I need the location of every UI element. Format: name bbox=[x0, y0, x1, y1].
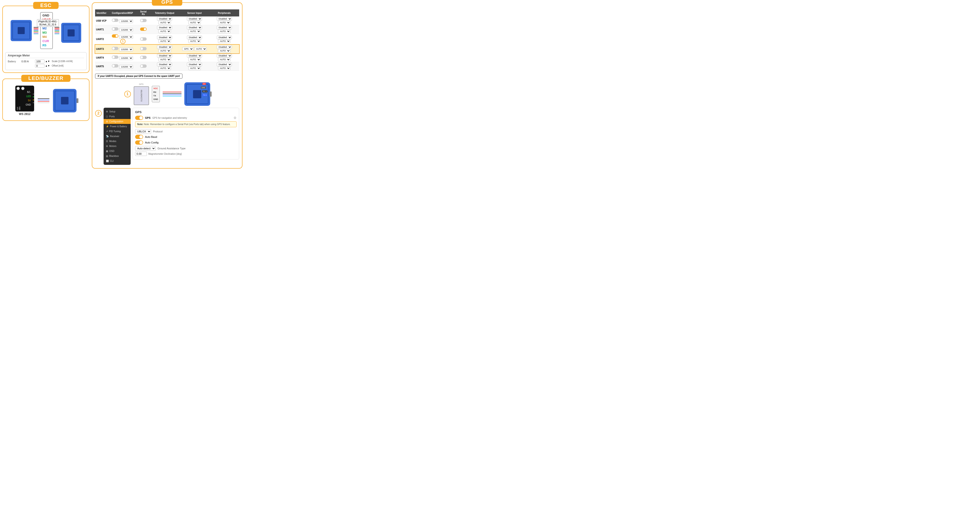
auto-baud-toggle[interactable] bbox=[135, 135, 143, 139]
sensor-select[interactable]: Disabled bbox=[187, 63, 202, 66]
sensor-select[interactable]: Disabled bbox=[187, 35, 202, 39]
sidebar-item-motors[interactable]: ⚙Motors bbox=[103, 144, 130, 149]
sidebar-label: Power & Battery bbox=[110, 125, 127, 128]
port-id-cell: UART5 bbox=[95, 62, 108, 71]
gnd-label: GND bbox=[42, 13, 49, 17]
sidebar-item-receiver[interactable]: 📡Receiver bbox=[103, 134, 130, 139]
telemetry-auto-select[interactable]: AUTO bbox=[158, 66, 171, 70]
sensor-auto-select[interactable]: AUTO bbox=[188, 39, 201, 43]
gps-main-toggle[interactable] bbox=[135, 116, 143, 120]
telemetry-auto-select[interactable]: AUTO bbox=[158, 58, 171, 61]
serial-rx-cell bbox=[137, 16, 150, 25]
serial-rx-toggle[interactable] bbox=[140, 37, 147, 41]
baud-select[interactable]: 115200 bbox=[119, 28, 133, 32]
peripheral-select[interactable]: Disabled bbox=[217, 63, 232, 66]
sensor-select[interactable]: Disabled bbox=[187, 17, 202, 21]
peripheral-select[interactable]: Disabled bbox=[217, 45, 232, 49]
gps-fc-chip bbox=[193, 90, 201, 98]
sensor-select[interactable]: Disabled bbox=[187, 25, 202, 29]
peripheral-select[interactable]: Disabled bbox=[217, 35, 232, 39]
serial-rx-toggle[interactable] bbox=[140, 47, 147, 50]
peripheral-select[interactable]: Disabled bbox=[217, 17, 232, 21]
sidebar-label: CLI bbox=[110, 160, 114, 162]
telemetry-select[interactable]: Disabled bbox=[157, 45, 172, 49]
sidebar-icon-blackbox: ▤ bbox=[106, 155, 108, 157]
sidebar-item-ports[interactable]: ⬡Ports bbox=[103, 114, 130, 119]
serial-rx-toggle[interactable] bbox=[140, 19, 147, 22]
battery-value: 0.00 A bbox=[21, 60, 33, 63]
gnd-pin-gps: GND bbox=[153, 98, 158, 101]
peripheral-auto-select[interactable]: AUTO bbox=[218, 66, 231, 70]
sidebar-item-osd[interactable]: ▦OSD bbox=[103, 149, 130, 154]
config-cell: 115200 bbox=[108, 62, 137, 71]
config-toggle[interactable] bbox=[112, 64, 118, 68]
telemetry-auto-select[interactable]: AUTO bbox=[158, 49, 171, 53]
amp-meter-title: Amperage Meter bbox=[8, 54, 84, 58]
gnd-label-led: GND bbox=[25, 103, 31, 107]
sensor-auto-select[interactable]: AUTO bbox=[188, 21, 201, 24]
config-toggle[interactable] bbox=[112, 55, 118, 59]
baud-select[interactable]: 115200 bbox=[119, 19, 133, 23]
esc-board-right bbox=[61, 23, 81, 43]
sensor-select[interactable]: GPS bbox=[182, 47, 194, 51]
fc-board-left bbox=[11, 20, 32, 41]
baud-select[interactable]: 115200 bbox=[119, 35, 133, 39]
sidebar-item-pid-tuning[interactable]: ↗PID Tuning bbox=[103, 129, 130, 134]
telemetry-select[interactable]: Disabled bbox=[157, 63, 172, 66]
scale-spinner[interactable]: 100 bbox=[35, 60, 45, 63]
telemetry-auto-select[interactable]: AUTO bbox=[158, 39, 171, 43]
mag-decl-input[interactable] bbox=[135, 152, 147, 156]
sensor-select[interactable]: Disabled bbox=[187, 54, 202, 58]
sensor-auto-select[interactable]: AUTO bbox=[188, 58, 201, 61]
serial-rx-toggle[interactable] bbox=[140, 27, 147, 31]
auto-config-row: Auto Config bbox=[135, 140, 237, 144]
protocol-select[interactable]: UBLOX NMEA bbox=[135, 129, 151, 134]
sensor-auto-select[interactable]: AUTO bbox=[188, 66, 201, 70]
baud-select[interactable]: 115200 bbox=[119, 48, 133, 51]
serial-rx-toggle[interactable] bbox=[140, 56, 147, 59]
sidebar-item-blackbox[interactable]: ▤Blackbox bbox=[103, 154, 130, 159]
port-id-cell: UART3 bbox=[95, 45, 108, 53]
peripheral-auto-select[interactable]: AUTO bbox=[218, 39, 231, 43]
rx-wire bbox=[163, 95, 181, 95]
peripheral-auto-select[interactable]: AUTO bbox=[218, 21, 231, 24]
port-table-row: UART3 115200Disabled AUTOGPS AUTODisable… bbox=[95, 45, 239, 53]
peripheral-select[interactable]: Disabled bbox=[217, 25, 232, 29]
peripheral-select[interactable]: Disabled bbox=[217, 54, 232, 58]
serial-rx-cell bbox=[137, 34, 150, 45]
ground-assist-select[interactable]: Auto-detect None bbox=[135, 146, 156, 151]
baud-select[interactable]: 115200 bbox=[119, 56, 133, 60]
baud-select[interactable]: 115200 bbox=[119, 65, 133, 69]
telemetry-select[interactable]: Disabled bbox=[157, 35, 172, 39]
auto-config-toggle[interactable] bbox=[135, 140, 143, 144]
sidebar-item-modes[interactable]: ☰Modes bbox=[103, 139, 130, 144]
led-buzzer-title: LED/BUZZER bbox=[21, 75, 70, 82]
telemetry-select[interactable]: Disabled bbox=[157, 54, 172, 58]
peripheral-auto-select[interactable]: AUTO bbox=[218, 58, 231, 61]
offset-spinner[interactable]: 0 bbox=[35, 64, 45, 68]
sidebar-item-power---battery[interactable]: ⚡Power & Battery bbox=[103, 124, 130, 129]
sensor-auto-select[interactable]: AUTO bbox=[194, 47, 207, 51]
sidebar-item-configuration[interactable]: ⚙Configuration bbox=[103, 119, 130, 124]
peripheral-auto-select[interactable]: AUTO bbox=[218, 49, 231, 53]
config-toggle[interactable] bbox=[112, 34, 118, 38]
telemetry-auto-select[interactable]: AUTO bbox=[158, 21, 171, 24]
sensor-auto-select[interactable]: AUTO bbox=[188, 29, 201, 33]
config-toggle[interactable] bbox=[112, 19, 118, 22]
telemetry-select[interactable]: Disabled bbox=[157, 25, 172, 29]
sidebar-item-setup[interactable]: ⚙Setup bbox=[103, 109, 130, 114]
led-buzzer-section: LED/BUZZER bbox=[2, 79, 89, 121]
serial-rx-toggle[interactable] bbox=[140, 65, 147, 68]
config-toggle[interactable] bbox=[112, 27, 118, 30]
gear-icon[interactable]: ⚙ bbox=[234, 116, 237, 120]
gps-toggle-label: GPS bbox=[145, 116, 150, 119]
telemetry-select[interactable]: Disabled bbox=[157, 17, 172, 21]
config-toggle[interactable] bbox=[112, 47, 118, 50]
fc-board-led bbox=[53, 89, 76, 113]
sidebar-item-cli[interactable]: ⬜CLI bbox=[103, 159, 130, 163]
peripheral-auto-select[interactable]: AUTO bbox=[218, 29, 231, 33]
auto-baud-label: Auto Baud bbox=[145, 135, 157, 138]
gps-fc-board-area: 5V GND RX 3 TX 3 bbox=[185, 82, 210, 106]
sidebar-icon-power---battery: ⚡ bbox=[106, 125, 109, 128]
telemetry-auto-select[interactable]: AUTO bbox=[158, 29, 171, 33]
